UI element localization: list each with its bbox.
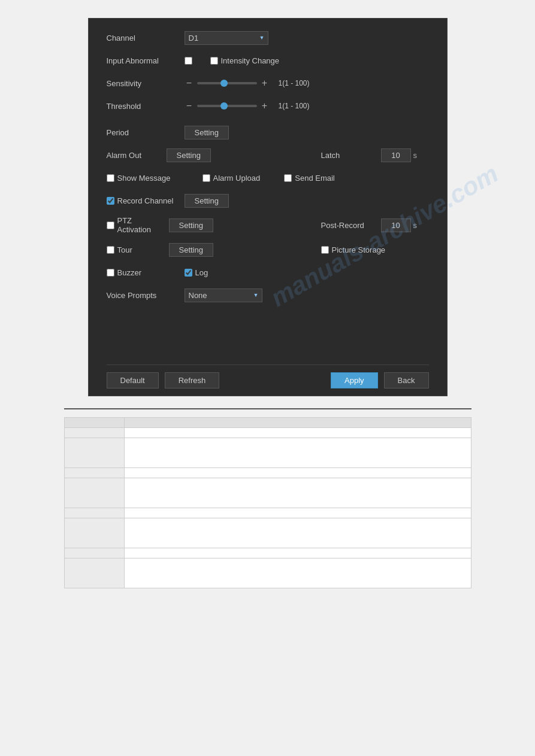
table-cell-val — [124, 548, 471, 558]
ptz-label: PTZ Activation — [117, 216, 167, 234]
sensitivity-minus-icon[interactable]: − — [185, 78, 194, 89]
buzzer-checkbox-label[interactable]: Buzzer — [107, 268, 185, 277]
show-message-checkbox[interactable] — [107, 174, 114, 182]
alarm-out-row: Alarm Out Setting Latch 10 s — [107, 148, 429, 162]
alarm-upload-checkbox-label[interactable]: Alarm Upload — [202, 174, 261, 183]
send-email-label: Send Email — [295, 174, 334, 183]
table-cell-key — [64, 548, 124, 558]
table-row — [64, 438, 471, 468]
latch-col: Latch 10 s — [321, 148, 429, 162]
table-cell-key — [64, 438, 124, 468]
send-email-checkbox-label[interactable]: Send Email — [284, 174, 334, 183]
footer-right-buttons: Apply Back — [331, 372, 428, 388]
table-cell-key — [64, 468, 124, 478]
voice-prompts-select-wrapper[interactable]: None Prompt 1 Prompt 2 — [185, 289, 262, 302]
picture-storage-checkbox[interactable] — [321, 246, 329, 254]
picture-storage-col: Picture Storage — [321, 245, 429, 254]
intensity-change-label: Intensity Change — [221, 56, 280, 65]
voice-prompts-select[interactable]: None Prompt 1 Prompt 2 — [185, 289, 262, 302]
table-row — [64, 558, 471, 588]
channel-select[interactable]: D1 D2 D3 D4 — [185, 31, 268, 45]
post-record-input[interactable]: 10 — [381, 218, 411, 232]
alarm-upload-checkbox[interactable] — [202, 174, 210, 182]
period-row: Period Setting — [107, 125, 429, 139]
default-button[interactable]: Default — [107, 372, 159, 388]
input-abnormal-checkbox[interactable] — [185, 57, 192, 65]
table-cell-val — [124, 478, 471, 508]
log-checkbox[interactable] — [185, 269, 192, 277]
ptz-checkbox-label[interactable]: PTZ Activation — [107, 216, 167, 234]
threshold-row: Threshold − + 1(1 - 100) — [107, 99, 429, 113]
latch-unit: s — [413, 151, 418, 160]
latch-label: Latch — [321, 151, 381, 160]
table-header-row — [64, 418, 471, 428]
table-cell-key — [64, 508, 124, 518]
table-row — [64, 428, 471, 438]
show-message-checkbox-label[interactable]: Show Message — [107, 174, 171, 183]
threshold-label: Threshold — [107, 102, 185, 111]
ptz-row: PTZ Activation Setting Post-Record 10 s — [107, 216, 429, 234]
settings-panel: Channel D1 D2 D3 D4 Input Abnormal — [88, 18, 448, 396]
table-row — [64, 508, 471, 518]
tour-checkbox[interactable] — [107, 246, 114, 254]
sensitivity-row: Sensitivity − + 1(1 - 100) — [107, 76, 429, 90]
log-checkbox-label[interactable]: Log — [185, 268, 208, 277]
table-cell-key — [64, 478, 124, 508]
tour-checkbox-label[interactable]: Tour — [107, 245, 167, 254]
table-cell-val — [124, 438, 471, 468]
threshold-minus-icon[interactable]: − — [185, 101, 194, 111]
channel-select-wrapper[interactable]: D1 D2 D3 D4 — [185, 31, 268, 45]
table-cell-val — [124, 468, 471, 478]
voice-prompts-label: Voice Prompts — [107, 291, 185, 300]
threshold-plus-icon[interactable]: + — [260, 101, 270, 111]
apply-button[interactable]: Apply — [331, 372, 378, 388]
buzzer-checkbox[interactable] — [107, 269, 114, 277]
info-table — [64, 417, 471, 588]
ptz-checkbox[interactable] — [107, 221, 114, 229]
record-channel-checkbox-label[interactable]: Record Channel — [107, 196, 185, 205]
sensitivity-slider-row: − + 1(1 - 100) — [185, 78, 310, 89]
show-message-label: Show Message — [117, 174, 171, 183]
show-message-row: Show Message Alarm Upload Send Email — [107, 171, 429, 185]
threshold-value: 1(1 - 100) — [279, 102, 310, 110]
table-cell-val — [124, 518, 471, 548]
sensitivity-value: 1(1 - 100) — [279, 79, 310, 87]
intensity-change-checkbox[interactable] — [210, 57, 218, 65]
input-abnormal-checkbox-label[interactable] — [185, 57, 192, 65]
send-email-checkbox[interactable] — [284, 174, 292, 182]
intensity-change-checkbox-label[interactable]: Intensity Change — [210, 56, 280, 65]
picture-storage-label: Picture Storage — [332, 245, 386, 254]
threshold-slider-thumb[interactable] — [220, 102, 228, 110]
buzzer-row: Buzzer Log — [107, 265, 429, 280]
picture-storage-checkbox-label[interactable]: Picture Storage — [321, 245, 386, 254]
sensitivity-slider-thumb[interactable] — [220, 80, 228, 87]
alarm-upload-label: Alarm Upload — [213, 174, 261, 183]
table-cell-key — [64, 428, 124, 438]
table-row — [64, 518, 471, 548]
table-row — [64, 548, 471, 558]
period-setting-button[interactable]: Setting — [185, 126, 229, 139]
alarm-out-label: Alarm Out — [107, 151, 167, 160]
record-channel-setting-button[interactable]: Setting — [185, 194, 229, 208]
back-button[interactable]: Back — [384, 372, 429, 388]
refresh-button[interactable]: Refresh — [165, 372, 220, 388]
voice-prompts-row: Voice Prompts None Prompt 1 Prompt 2 — [107, 288, 429, 302]
sensitivity-label: Sensitivity — [107, 79, 185, 88]
ptz-col: PTZ Activation Setting — [107, 216, 297, 234]
latch-input[interactable]: 10 — [381, 148, 411, 162]
channel-row: Channel D1 D2 D3 D4 — [107, 31, 429, 45]
alarm-out-setting-button[interactable]: Setting — [167, 148, 211, 162]
ptz-setting-button[interactable]: Setting — [169, 218, 213, 232]
channel-label: Channel — [107, 34, 185, 42]
record-channel-checkbox[interactable] — [107, 197, 114, 205]
alarm-out-col: Alarm Out Setting — [107, 148, 297, 162]
threshold-slider-track[interactable] — [197, 105, 257, 107]
tour-setting-button[interactable]: Setting — [169, 243, 213, 257]
sensitivity-slider-track[interactable] — [197, 82, 257, 84]
table-header-key — [64, 418, 124, 428]
table-cell-val — [124, 428, 471, 438]
table-row — [64, 468, 471, 478]
table-cell-key — [64, 558, 124, 588]
table-header-val — [124, 418, 471, 428]
sensitivity-plus-icon[interactable]: + — [260, 78, 270, 89]
